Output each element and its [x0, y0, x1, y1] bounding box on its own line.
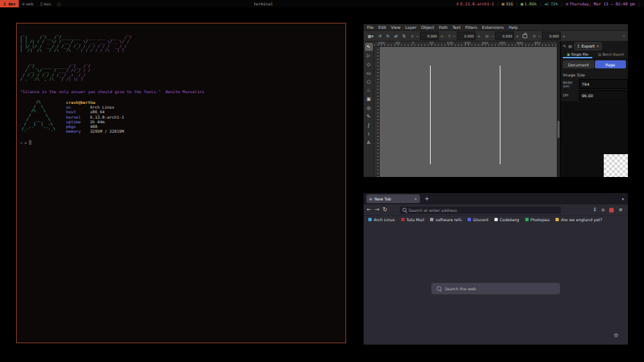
url-bar[interactable]: Search or enter address [400, 206, 561, 214]
menu-layer[interactable]: Layer [405, 25, 417, 29]
close-tab-icon[interactable]: × [414, 196, 417, 201]
text-tool-icon[interactable]: A [365, 139, 373, 147]
increment-button[interactable]: + [476, 34, 481, 38]
ublock-extension-icon[interactable] [609, 208, 614, 213]
separator: | [496, 0, 499, 7]
shape-builder-tool-icon[interactable]: ◇ [365, 60, 373, 68]
flip-horizontal-button[interactable]: ⇄ [393, 34, 399, 38]
pencil-tool-icon[interactable]: ✎ [365, 113, 373, 121]
width-spinbox[interactable]: W − 0.000 + [483, 32, 519, 40]
edit-paths-icon[interactable]: ✎ [563, 44, 566, 48]
back-button[interactable]: ← [367, 207, 372, 213]
inkscape-canvas[interactable] [380, 47, 557, 177]
home-icon[interactable]: ⌂ [602, 207, 604, 213]
ruler-label: 0 [412, 42, 414, 45]
height-spinbox[interactable]: H − 0.000 + [531, 32, 566, 40]
menu-file[interactable]: File [367, 25, 374, 29]
folder-icon [430, 218, 433, 221]
menu-path[interactable]: Path [439, 25, 447, 29]
fetch-row-pkgs: pkgs 480 [66, 124, 124, 129]
memory-icon: ▦ [521, 0, 523, 7]
drawn-vertical-line[interactable] [500, 66, 500, 164]
bookmark-discord[interactable]: Discord [468, 217, 488, 222]
list-all-tabs-icon[interactable]: ▾ [622, 196, 625, 201]
increment-button[interactable]: + [561, 34, 566, 38]
lock-ratio-icon[interactable] [523, 34, 527, 38]
bookmark-arch-linux[interactable]: Arch Linux [368, 217, 395, 222]
horizontal-ruler[interactable]: -100 -50 0 50 100 150 200 250 300 350 [374, 42, 557, 47]
document-button[interactable]: Document [563, 60, 594, 68]
rotate-ccw-button[interactable]: ↺ [377, 34, 383, 38]
canvas-scrollbar[interactable] [557, 42, 560, 177]
menu-help[interactable]: Help [508, 25, 518, 29]
fetch-value: 3295M / 32019M [90, 129, 124, 133]
menu-edit[interactable]: Edit [378, 25, 386, 29]
selector-tool-icon[interactable]: ↖ [365, 43, 373, 51]
rotate-cw-button[interactable]: ↻ [385, 34, 391, 38]
downloads-icon[interactable]: ↧ [593, 207, 597, 213]
toolbar-overflow-button[interactable]: » [623, 34, 625, 38]
tag-dev[interactable]: 1 dev [0, 0, 19, 7]
pen-tool-icon[interactable]: ∫ [365, 121, 373, 129]
bookmark-photopea[interactable]: Photopea [525, 217, 549, 222]
scrollbar-thumb[interactable] [557, 121, 559, 138]
w-value[interactable]: 0.000 [495, 32, 514, 40]
selection-mode-dropdown[interactable]: ▦▾ [366, 34, 375, 38]
menu-extensions[interactable]: Extensions [482, 25, 504, 29]
rectangle-tool-icon[interactable]: ▭ [365, 69, 373, 77]
bookmark-folder-software-refs[interactable]: software refs [430, 217, 462, 222]
close-icon[interactable]: × [596, 44, 599, 48]
drawn-vertical-line[interactable] [430, 66, 431, 164]
tag-web[interactable]: ⊕ web [19, 0, 36, 7]
x-coordinate-spinbox[interactable]: X − 0.000 + [409, 32, 445, 40]
flip-vertical-button[interactable]: ⇅ [401, 34, 407, 38]
hamburger-menu-icon[interactable]: ≡ [619, 207, 623, 213]
reload-button[interactable]: ↻ [382, 207, 387, 213]
decrement-button[interactable]: − [451, 34, 456, 38]
decrement-button[interactable]: − [415, 34, 419, 38]
decrement-button[interactable]: − [490, 34, 494, 38]
tag-mus[interactable]: ♫ mus [37, 0, 54, 7]
menu-text[interactable]: Text [452, 25, 460, 29]
star-tool-icon[interactable]: ☆ [365, 86, 373, 95]
calligraphy-tool-icon[interactable]: ≀ [365, 130, 373, 138]
personalize-gear-icon[interactable]: ⚙ [614, 333, 619, 339]
tab-single-file[interactable]: ▣ Single File [561, 50, 594, 58]
menu-object[interactable]: Object [421, 25, 435, 29]
terminal-window[interactable]: _ __ __ __ | | / /__ / /________ ____ __… [16, 23, 346, 343]
dpi-field-row: DPI 96.00 [561, 90, 628, 101]
new-tab-button[interactable]: + [425, 196, 429, 202]
tab-batch-export[interactable]: ▤ Batch Export [594, 50, 628, 58]
single-file-label: Single File [572, 52, 588, 56]
layers-icon[interactable]: ▤ [568, 44, 572, 48]
spiral-tool-icon[interactable]: ◎ [365, 104, 373, 112]
menu-filters[interactable]: Filters [466, 25, 478, 29]
batch-export-label: Batch Export [602, 52, 624, 56]
bookmark-are-we-england-yet[interactable]: Are we england yet? [555, 217, 602, 222]
y-coordinate-spinbox[interactable]: Y − 0.000 + [446, 32, 481, 40]
clock-module: ◔ Thursday, Mar 13 — 02:48 pm [566, 0, 635, 7]
dpi-input[interactable]: 96.00 [579, 90, 628, 101]
menu-view[interactable]: View [391, 25, 400, 29]
y-value[interactable]: 0.000 [457, 32, 476, 40]
x-value[interactable]: 0.000 [420, 32, 439, 40]
active-tab-new-tab[interactable]: ⊕ New Tab × [366, 194, 420, 203]
page-button[interactable]: Page [595, 60, 627, 68]
increment-button[interactable]: + [515, 34, 519, 38]
web-search-box[interactable]: Search the web [431, 283, 560, 294]
shell-prompt[interactable]: ~ ▸ [20, 140, 342, 145]
bookmark-codeberg[interactable]: Codeberg [494, 217, 519, 222]
node-tool-icon[interactable]: ▷ [365, 52, 373, 60]
width-input[interactable]: 794 [579, 79, 628, 89]
increment-button[interactable]: + [439, 34, 444, 38]
bookmark-label: software refs [435, 217, 462, 222]
forward-button[interactable]: → [375, 207, 380, 213]
decrement-button[interactable]: − [537, 34, 541, 38]
bookmark-tuta-mail[interactable]: Tuta Mail [401, 217, 425, 222]
ellipse-tool-icon[interactable]: ○ [365, 78, 373, 86]
tag-empty[interactable]: □ [54, 0, 64, 7]
h-value[interactable]: 0.000 [542, 32, 561, 40]
export-dock-tab[interactable]: ↥ Export × [574, 42, 602, 50]
vertical-ruler[interactable] [374, 47, 380, 177]
box-3d-tool-icon[interactable]: ▣ [365, 95, 373, 103]
